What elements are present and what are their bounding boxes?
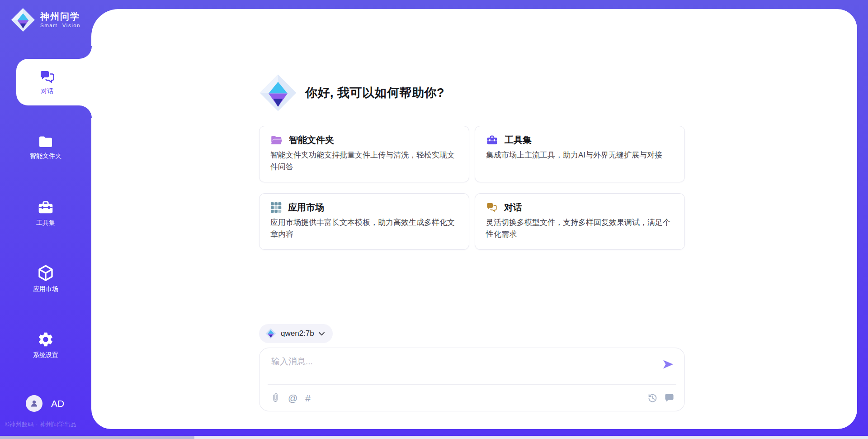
model-selector[interactable]: qwen2:7b <box>259 324 333 343</box>
toolbox-icon <box>37 200 54 216</box>
sidebar-item-chat[interactable]: 对话 <box>16 59 92 105</box>
model-name: qwen2:7b <box>281 329 314 338</box>
send-icon[interactable] <box>662 358 675 371</box>
person-icon <box>29 399 39 408</box>
copyright: ©神州数码 · 神州问学出品 <box>5 420 76 429</box>
tab-fillet-bottom <box>79 105 92 118</box>
app: 神州问学 Smart Vision 对话 智能文件夹 <box>0 0 868 439</box>
message-input[interactable] <box>259 348 684 383</box>
tab-fillet-top <box>79 46 92 59</box>
brand-subtitle: Smart Vision <box>40 23 80 29</box>
sidebar-item-label: 工具集 <box>36 219 55 227</box>
sidebar-item-settings[interactable]: 系统设置 <box>0 331 91 359</box>
avatar[interactable] <box>26 395 42 412</box>
hero: 你好, 我可以如何帮助你? <box>259 74 444 112</box>
card-description: 灵活切换多模型文件，支持多样回复效果调试，满足个性化需求 <box>486 217 674 240</box>
sidebar-item-label: 应用市场 <box>33 285 58 293</box>
sidebar-item-label: 对话 <box>41 87 54 95</box>
sidebar-item-label: 智能文件夹 <box>30 152 61 160</box>
feature-cards: 智能文件夹 智能文件夹功能支持批量文件上传与清洗，轻松实现文件问答 <box>259 126 685 250</box>
diamond-logo-icon <box>265 328 276 339</box>
chat-bubbles-icon <box>39 69 56 85</box>
at-sign-icon[interactable]: @ <box>288 393 297 403</box>
gear-icon <box>37 331 54 348</box>
feature-card-smart-folder[interactable]: 智能文件夹 智能文件夹功能支持批量文件上传与清洗，轻松实现文件问答 <box>259 126 469 182</box>
brand: 神州问学 Smart Vision <box>11 8 80 32</box>
folder-open-icon <box>270 135 283 146</box>
feature-card-app-market[interactable]: 应用市场 应用市场提供丰富长文本模板，助力高效生成多样化文章内容 <box>259 193 469 250</box>
composer-divider <box>268 384 676 385</box>
folder-icon <box>38 134 54 149</box>
history-icon[interactable] <box>647 393 658 403</box>
card-description: 集成市场上主流工具，助力AI与外界无缝扩展与对接 <box>486 149 674 161</box>
composer: @ # <box>259 348 685 411</box>
main-panel: 你好, 我可以如何帮助你? 智能文件夹 智能文件夹功能支持批量文件上传与清洗，轻… <box>91 9 857 429</box>
card-title: 应用市场 <box>288 201 324 214</box>
user-row: AD <box>26 395 64 412</box>
sidebar-item-app-market[interactable]: 应用市场 <box>0 264 91 293</box>
diamond-logo-icon <box>11 8 35 32</box>
card-title: 智能文件夹 <box>289 134 334 146</box>
feature-card-toolset[interactable]: 工具集 集成市场上主流工具，助力AI与外界无缝扩展与对接 <box>475 126 685 182</box>
user-name: AD <box>51 398 64 409</box>
hashtag-icon[interactable]: # <box>305 393 311 403</box>
grid-icon <box>270 202 282 213</box>
toolbox-icon <box>486 134 498 146</box>
horizontal-scrollbar-thumb[interactable] <box>0 436 194 439</box>
card-title: 工具集 <box>505 134 532 146</box>
chat-filled-icon[interactable] <box>664 393 675 403</box>
card-title: 对话 <box>504 201 522 214</box>
sidebar-item-label: 系统设置 <box>33 351 58 359</box>
chat-bubbles-icon <box>486 202 498 213</box>
card-description: 应用市场提供丰富长文本模板，助力高效生成多样化文章内容 <box>270 217 458 240</box>
cube-icon <box>37 264 55 282</box>
greeting-title: 你好, 我可以如何帮助你? <box>305 85 444 101</box>
paperclip-icon[interactable] <box>270 392 280 403</box>
card-description: 智能文件夹功能支持批量文件上传与清洗，轻松实现文件问答 <box>270 149 458 172</box>
sidebar-item-smart-folder[interactable]: 智能文件夹 <box>0 134 91 160</box>
feature-card-chat[interactable]: 对话 灵活切换多模型文件，支持多样回复效果调试，满足个性化需求 <box>475 193 685 250</box>
brand-name: 神州问学 <box>40 11 80 21</box>
diamond-logo-icon <box>259 74 297 112</box>
chevron-down-icon <box>319 332 325 336</box>
sidebar-item-toolset[interactable]: 工具集 <box>0 200 91 227</box>
horizontal-scrollbar <box>0 436 868 439</box>
